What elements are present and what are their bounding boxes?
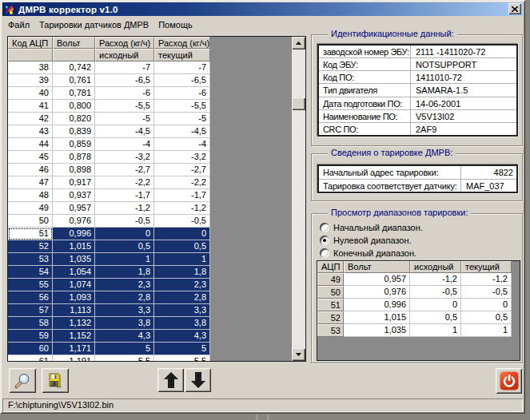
cell-volt[interactable]: 0,878 [53,151,95,164]
cell-volt[interactable]: 1,171 [53,343,95,355]
cell-volt[interactable]: 1,035 [53,253,95,266]
cell-flow-cur[interactable]: -5,5 [154,100,210,113]
move-up-button[interactable] [157,368,184,392]
range-radio-option[interactable]: Конечный диапазон. [320,247,423,260]
cell-adc-code[interactable]: 49 [8,202,53,215]
cell-flow-orig[interactable]: 1,8 [95,266,154,279]
cell-volt[interactable]: 1,191 [53,355,95,361]
vertical-scrollbar[interactable] [292,37,305,361]
cell-adc-code[interactable]: 51 [8,228,53,240]
radio-button-icon[interactable] [320,236,329,245]
cell-volt[interactable]: 0,781 [53,87,95,100]
cell-volt[interactable]: 0,976 [53,215,95,228]
cell-flow-orig[interactable]: 2,8 [95,291,154,304]
cell-volt[interactable]: 0,898 [53,164,95,176]
radio-button-icon[interactable] [320,223,329,232]
cell-flow-orig[interactable]: -6,5 [95,74,154,87]
cell-flow-cur[interactable]: -4,5 [154,125,210,138]
cell-flow-orig[interactable]: -1,2 [95,202,154,215]
cell-flow-cur[interactable]: 1,8 [154,266,210,279]
range-cell-orig[interactable]: -1,2 [410,273,461,286]
cell-volt[interactable]: 1,074 [53,279,95,291]
menu-item[interactable]: Помощь [153,18,197,31]
range-cell-volt[interactable]: 0,996 [344,299,410,311]
range-radio-option[interactable]: Начальный диапазон. [320,221,423,234]
grid-row[interactable]: 46 0,898 -2,7 -2,7 [8,164,210,176]
cell-flow-orig[interactable]: -4 [95,138,154,151]
range-grid-row[interactable]: 49 0,957 -1,2 -1,2 [317,273,520,286]
range-grid-row[interactable]: 50 0,976 -0,5 -0,5 [317,286,520,299]
range-cell-orig[interactable]: 0 [410,299,461,311]
cell-flow-orig[interactable]: -1,7 [95,189,154,202]
cell-flow-orig[interactable]: 1 [95,253,154,266]
range-cell-volt[interactable]: 1,015 [344,311,410,324]
cell-flow-cur[interactable]: -7 [154,61,210,74]
cell-flow-cur[interactable]: -6 [154,87,210,100]
range-grid-row[interactable]: 52 1,015 0,5 0,5 [317,311,520,324]
grid-row[interactable]: 45 0,878 -3,2 -3,2 [8,151,210,164]
cell-volt[interactable]: 0,957 [53,202,95,215]
cell-flow-cur[interactable]: -2,7 [154,164,210,176]
range-cell-volt[interactable]: 0,976 [344,286,410,299]
cell-adc-code[interactable]: 55 [8,279,53,291]
range-cell-cur[interactable]: 0,5 [461,311,512,324]
cell-flow-cur[interactable]: -2,2 [154,176,210,189]
grid-row[interactable]: 54 1,054 1,8 1,8 [8,266,210,279]
cell-adc-code[interactable]: 59 [8,330,53,343]
cell-volt[interactable]: 0,839 [53,125,95,138]
cell-flow-cur[interactable]: 0,5 [154,240,210,253]
range-cell-cur[interactable]: -1,2 [461,273,512,286]
cell-volt[interactable]: 0,742 [53,61,95,74]
scrollbar-thumb[interactable] [292,97,305,110]
cell-adc-code[interactable]: 46 [8,164,53,176]
cell-flow-orig[interactable]: 3,3 [95,304,154,317]
cell-volt[interactable]: 0,917 [53,176,95,189]
save-button[interactable] [42,368,69,393]
cell-flow-cur[interactable]: -4 [154,138,210,151]
cell-flow-cur[interactable]: 4,3 [154,330,210,343]
grid-row[interactable]: 61 1,191 5,5 5,5 [8,355,210,361]
cell-volt[interactable]: 1,152 [53,330,95,343]
range-cell-cur[interactable]: 0 [461,299,512,311]
cell-flow-orig[interactable]: 3,8 [95,317,154,330]
grid-row[interactable]: 41 0,800 -5,5 -5,5 [8,100,210,113]
cell-volt[interactable]: 0,800 [53,100,95,113]
cell-flow-orig[interactable]: -5,5 [95,100,154,113]
grid-row[interactable]: 50 0,976 -0,5 -0,5 [8,215,210,228]
range-cell-adc[interactable]: 50 [317,286,344,299]
cell-flow-orig[interactable]: -6 [95,87,154,100]
cell-adc-code[interactable]: 47 [8,176,53,189]
cell-flow-cur[interactable]: -5 [154,113,210,125]
cell-flow-orig[interactable]: -2,7 [95,164,154,176]
cell-flow-cur[interactable]: 1 [154,253,210,266]
cell-adc-code[interactable]: 50 [8,215,53,228]
cell-volt[interactable]: 0,820 [53,113,95,125]
range-cell-adc[interactable]: 53 [317,324,344,337]
cell-adc-code[interactable]: 39 [8,74,53,87]
cell-flow-orig[interactable]: -2,2 [95,176,154,189]
cell-volt[interactable]: 1,093 [53,291,95,304]
cell-volt[interactable]: 0,996 [53,228,95,240]
grid-row[interactable]: 48 0,937 -1,7 -1,7 [8,189,210,202]
grid-row[interactable]: 47 0,917 -2,2 -2,2 [8,176,210,189]
cell-adc-code[interactable]: 41 [8,100,53,113]
cell-flow-cur[interactable]: -3,2 [154,151,210,164]
cell-adc-code[interactable]: 60 [8,343,53,355]
cell-flow-orig[interactable]: -5 [95,113,154,125]
grid-row[interactable]: 55 1,074 2,3 2,3 [8,279,210,291]
cell-flow-orig[interactable]: 0 [95,228,154,240]
cell-adc-code[interactable]: 57 [8,304,53,317]
range-cell-volt[interactable]: 0,957 [344,273,410,286]
range-cell-orig[interactable]: -0,5 [410,286,461,299]
grid-row[interactable]: 52 1,015 0,5 0,5 [8,240,210,253]
range-cell-cur[interactable]: -0,5 [461,286,512,299]
cell-adc-code[interactable]: 40 [8,87,53,100]
cell-adc-code[interactable]: 44 [8,138,53,151]
move-down-button[interactable] [185,368,211,392]
grid-row[interactable]: 44 0,859 -4 -4 [8,138,210,151]
cell-volt[interactable]: 0,761 [53,74,95,87]
cell-flow-orig[interactable]: 2,3 [95,279,154,291]
range-cell-adc[interactable]: 52 [317,311,344,324]
cell-flow-cur[interactable]: 5,5 [154,355,210,361]
cell-flow-orig[interactable]: -3,2 [95,151,154,164]
